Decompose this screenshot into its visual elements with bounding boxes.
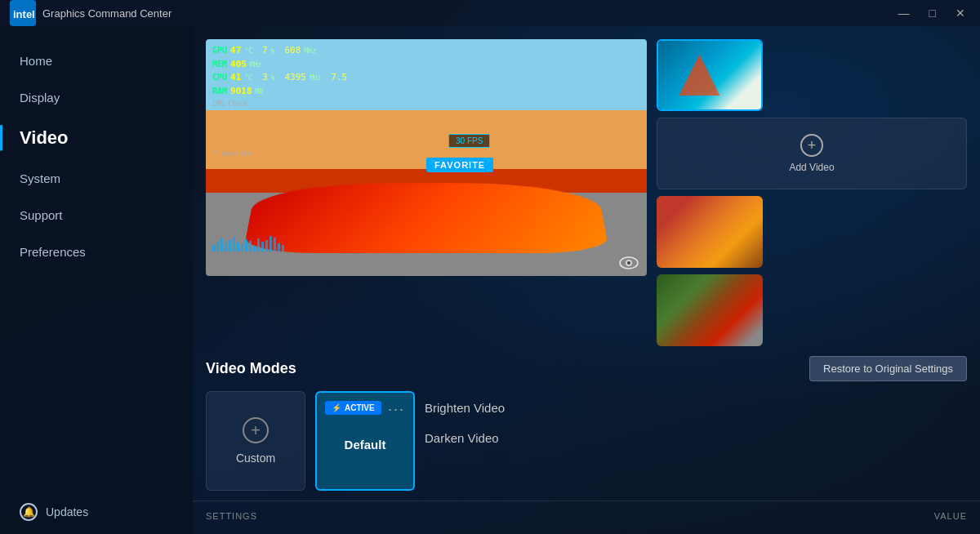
main-content: GPU 47 °C 7 % 608 MHz MEM 405 MHz CPU 41… [193,26,980,534]
bar-7 [237,243,239,251]
favorite-badge: FAVORITE [426,158,493,172]
title-bar: intel Graphics Command Center — □ ✕ [0,0,980,26]
restore-button[interactable]: Restore to Original Settings [809,356,967,381]
custom-plus-icon: + [243,417,269,443]
bar-12 [257,238,260,251]
video-top-section: GPU 47 °C 7 % 608 MHz MEM 405 MHz CPU 41… [193,26,980,346]
freq-value: 608 [284,44,301,58]
gpu-clock-unit: % [271,47,275,56]
active-badge: ACTIVE [325,401,381,415]
cpu-mhz: 4395 [284,71,306,85]
gpu-clock: 7 [262,44,268,58]
updates-section[interactable]: 🔔 Updates [0,490,193,534]
default-card-label: Default [345,438,386,452]
video-modes-header: Video Modes Restore to Original Settings [206,356,967,381]
thumbnail-people[interactable] [657,196,763,268]
bar-6 [233,237,235,251]
default-mode-card[interactable]: ACTIVE ··· Default [315,391,415,491]
standard-color-row: Standard Color Correction ? Adjust the a… [206,529,967,534]
bar-5 [229,240,231,251]
bar-16 [274,238,276,251]
video-hud: GPU 47 °C 7 % 608 MHz MEM 405 MHz CPU 41… [206,39,354,114]
settings-label: SETTINGS [206,511,257,521]
sidebar-item-display[interactable]: Display [0,79,193,116]
app-logo: intel Graphics Command Center [10,0,172,26]
video-modes-section: Video Modes Restore to Original Settings… [193,346,980,491]
bar-13 [261,242,264,251]
framerate-label: Framerate [212,149,252,158]
add-video-plus-icon: + [800,134,823,157]
bar-17 [278,243,280,251]
gpu-label: GPU [212,44,227,56]
intel-logo-icon: intel [10,0,36,26]
mem-value: 405 [230,58,247,72]
eye-icon[interactable] [619,256,639,269]
mode-cards: + Custom ACTIVE ··· Default Brighten Vid… [206,391,967,491]
bar-15 [270,236,272,251]
minimize-button[interactable]: — [893,5,915,21]
bar-1 [212,245,215,251]
bar-11 [253,246,256,251]
cpu-pct: 3 [262,71,268,85]
close-button[interactable]: ✕ [951,5,970,21]
freq-unit: MHz [304,47,315,56]
sidebar: Home Display Video System Support Prefer… [0,26,193,534]
bar-2 [216,242,219,251]
ram-unit: MB [256,87,264,97]
ram-label: RAM [212,85,227,97]
thumbnail-food-image [657,274,763,346]
bar-8 [241,244,243,251]
sidebar-item-video[interactable]: Video [0,116,193,160]
mem-label: MEM [212,58,227,70]
ram-value: 9018 [230,85,252,99]
cpu-clock-label: CPU Clock [212,100,347,109]
settings-header: SETTINGS VALUE [206,511,967,521]
thumbnail-people-image [657,196,763,268]
mode-options-list: Brighten Video Darken Video [425,391,505,448]
value-label: VALUE [934,511,967,521]
mem-unit: MHz [250,60,261,70]
sidebar-item-support[interactable]: Support [0,197,193,234]
video-modes-title: Video Modes [206,360,296,377]
darken-video-option[interactable]: Darken Video [425,428,505,448]
bell-icon: 🔔 [20,503,38,521]
bar-18 [282,245,284,251]
add-video-label: Add Video [789,162,834,173]
cpu-value: 41 [230,71,241,85]
bar-9 [245,239,247,251]
thumbnail-food[interactable] [657,274,763,346]
sidebar-item-preferences[interactable]: Preferences [0,234,193,270]
bar-10 [249,241,252,251]
brighten-video-option[interactable]: Brighten Video [425,398,505,418]
thumbnail-surfing[interactable] [657,39,763,111]
updates-label: Updates [46,505,88,518]
video-player[interactable]: GPU 47 °C 7 % 608 MHz MEM 405 MHz CPU 41… [206,39,647,276]
window-controls: — □ ✕ [893,5,970,21]
svg-point-4 [627,261,630,265]
video-thumbnails: + Add Video [647,39,967,346]
cpu-unit: °C [244,73,252,83]
cpu-label: CPU [212,71,227,83]
thumbnail-surfing-image [658,41,761,109]
active-badge-label: ACTIVE [345,403,375,412]
custom-mode-card[interactable]: + Custom [206,391,305,491]
gpu-unit: °C [244,47,252,56]
mode-options-dots[interactable]: ··· [388,401,405,418]
bar-3 [220,238,223,251]
app-title: Graphics Command Center [42,7,172,20]
sidebar-item-home[interactable]: Home [0,42,193,79]
fps-badge: 30 FPS [448,134,490,148]
cpu-score: 7.5 [331,71,347,85]
custom-card-label: Custom [236,452,275,465]
add-video-button[interactable]: + Add Video [657,118,967,189]
gpu-value: 47 [230,44,241,58]
hud-bar-chart [212,235,640,251]
sidebar-item-system[interactable]: System [0,160,193,197]
svg-text:intel: intel [13,8,35,20]
settings-section: SETTINGS VALUE Standard Color Correction… [193,501,980,534]
bar-14 [265,240,268,251]
bar-4 [225,243,227,251]
maximize-button[interactable]: □ [924,5,941,21]
